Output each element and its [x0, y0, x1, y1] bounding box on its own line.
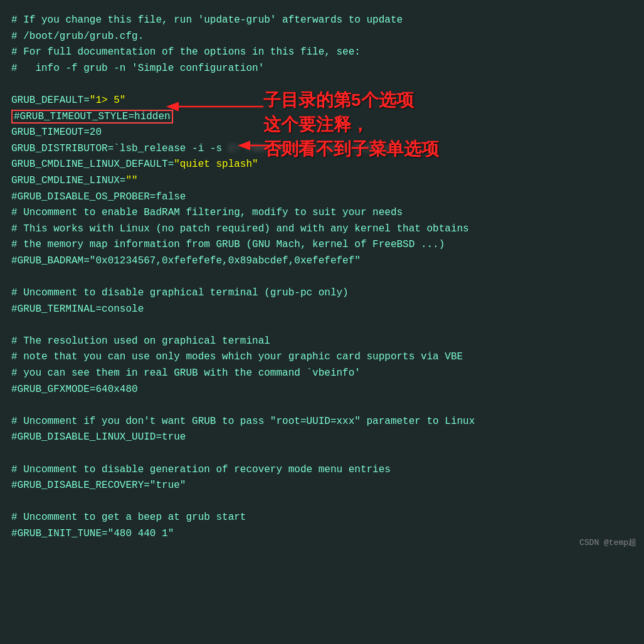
code-line-badram-val: #GRUB_BADRAM="0x01234567,0xfefefefe,0x89… [11, 253, 633, 270]
code-line-init-tune: #GRUB_INIT_TUNE="480 440 1" [11, 526, 633, 542]
boxed-timeout-style: #GRUB_TIMEOUT_STYLE=hidden [11, 110, 173, 124]
code-line-4: # info -f grub -n 'Simple configuration' [11, 61, 633, 77]
code-line-res-2: # note that you can use only modes which… [11, 349, 633, 366]
code-line-blank6 [11, 494, 633, 510]
code-line-badram-3: # the memory map information from GRUB (… [11, 237, 633, 253]
watermark: CSDN @temp超 [579, 537, 636, 550]
code-line-res-3: # you can see them in real GRUB with the… [11, 366, 633, 382]
code-line-terminal-1: # Uncomment to disable graphical termina… [11, 285, 633, 302]
cmdline-default-value: "quiet splash" [174, 159, 258, 170]
code-line-blank4 [11, 398, 633, 414]
code-line-res-1: # The resolution used on graphical termi… [11, 334, 633, 350]
code-line-blank5 [11, 446, 633, 462]
annotation-line-3: 否则看不到子菜单选项 [263, 137, 439, 161]
code-line-os-prober: #GRUB_DISABLE_OS_PROBER=false [11, 189, 633, 206]
code-line-badram-2: # This works with Linux (no patch requir… [11, 221, 633, 238]
arrow-1-svg [163, 99, 276, 121]
code-line-gfxmode: #GRUB_GFXMODE=640x480 [11, 382, 633, 398]
code-editor: # If you change this file, run 'update-g… [0, 0, 644, 555]
code-line-1: # If you change this file, run 'update-g… [11, 13, 633, 29]
code-line-beep-1: # Uncomment to get a beep at grub start [11, 510, 633, 526]
code-line-uuid-1: # Uncomment if you don't want GRUB to pa… [11, 414, 633, 430]
grub-default-value: "1> 5" [90, 95, 126, 106]
code-line-recovery-val: #GRUB_DISABLE_RECOVERY="true" [11, 478, 633, 494]
code-line-2: # /boot/grub/grub.cfg. [11, 29, 633, 45]
annotation-line-1: 子目录的第5个选项 [263, 88, 439, 112]
code-line-recovery-1: # Uncomment to disable generation of rec… [11, 462, 633, 478]
code-line-3: # For full documentation of the options … [11, 45, 633, 61]
code-line-blank2 [11, 270, 633, 286]
cmdline-value: "" [125, 175, 137, 186]
annotation-line-2: 这个要注释， [263, 112, 439, 137]
code-line-terminal-val: #GRUB_TERMINAL=console [11, 302, 633, 318]
code-line-uuid-val: #GRUB_DISABLE_LINUX_UUID=true [11, 430, 633, 446]
code-line-badram-1: # Uncomment to enable BadRAM filtering, … [11, 205, 633, 221]
annotation-text-1: 子目录的第5个选项 这个要注释， 否则看不到子菜单选项 [263, 88, 439, 162]
code-line-blank3 [11, 317, 633, 334]
code-line-cmdline: GRUB_CMDLINE_LINUX="" [11, 173, 633, 189]
